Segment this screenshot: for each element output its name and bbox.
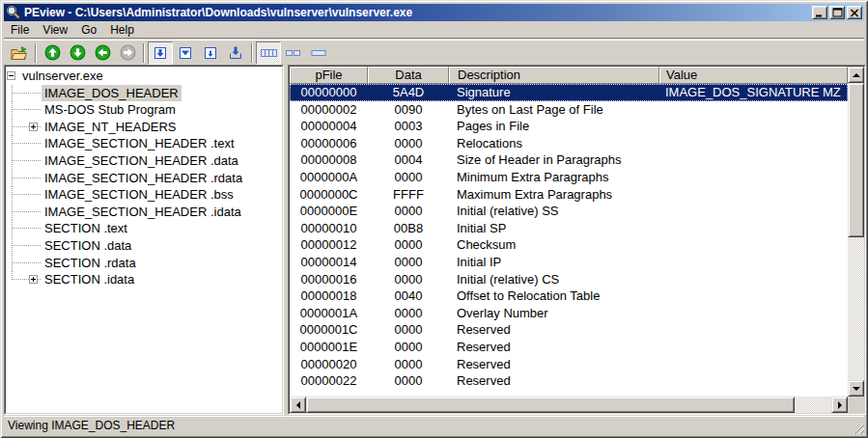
cell-description: Minimum Extra Paragraphs	[449, 169, 659, 186]
tree-item-label[interactable]: MS-DOS Stub Program	[42, 101, 179, 119]
scroll-up-button[interactable]	[848, 67, 864, 83]
cell-data: 0000	[368, 339, 449, 356]
tree-item-label[interactable]: IMAGE_SECTION_HEADER .idata	[42, 204, 244, 221]
menu-view[interactable]: View	[36, 22, 74, 38]
table-row[interactable]: 00000020 0000 Reserved	[290, 356, 848, 373]
tree-item[interactable]: IMAGE_SECTION_HEADER .bss	[6, 186, 282, 204]
box-small-arrow-icon	[203, 45, 218, 61]
tree-item[interactable]: IMAGE_NT_HEADERS	[6, 119, 282, 136]
column-header-description[interactable]: Description	[449, 67, 659, 84]
expand-item-button[interactable]	[148, 41, 173, 65]
tree-item[interactable]: SECTION .idata	[6, 271, 282, 288]
two-rects-icon	[286, 45, 301, 61]
nav-down-button[interactable]	[65, 41, 90, 65]
view-bytes-button[interactable]	[256, 41, 281, 65]
table-row[interactable]: 00000016 0000 Initial (relative) CS	[290, 271, 848, 288]
tree-item-label[interactable]: IMAGE_SECTION_HEADER .text	[42, 135, 238, 152]
cell-description: Initial SP	[449, 220, 659, 237]
menu-help[interactable]: Help	[103, 22, 141, 38]
table-row[interactable]: 0000001C 0000 Reserved	[290, 321, 848, 339]
tree-item-label[interactable]: SECTION .rdata	[42, 255, 139, 272]
table-row[interactable]: 0000001E 0000 Reserved	[290, 339, 848, 356]
table-row[interactable]: 00000014 0000 Initial IP	[290, 254, 848, 271]
vertical-scroll-thumb[interactable]	[848, 83, 864, 237]
table-row[interactable]: 00000010 00B8 Initial SP	[290, 220, 848, 237]
tree-panel: vulnserver.exe IMAGE_DOS_HEADER MS-D	[4, 65, 284, 415]
cell-value	[659, 101, 848, 119]
nav-up-button[interactable]	[40, 41, 65, 65]
tree-item[interactable]: MS-DOS Stub Program	[6, 101, 282, 119]
tree-item[interactable]: IMAGE_DOS_HEADER	[6, 85, 282, 102]
tree-item-label[interactable]: IMAGE_NT_HEADERS	[42, 119, 180, 136]
column-header-data[interactable]: Data	[368, 67, 449, 84]
view-dwords-button[interactable]	[306, 41, 331, 65]
cell-description: Initial IP	[449, 254, 659, 271]
tree-item-label[interactable]: SECTION .text	[42, 220, 130, 237]
tree-item[interactable]: IMAGE_SECTION_HEADER .data	[6, 152, 282, 170]
table-row[interactable]: 00000012 0000 Checksum	[290, 236, 848, 254]
table-row[interactable]: 00000002 0090 Bytes on Last Page of File	[290, 101, 848, 119]
vertical-scrollbar[interactable]	[848, 67, 864, 397]
table-row[interactable]: 00000022 0000 Reserved	[290, 372, 848, 390]
table-row[interactable]: 0000000E 0000 Initial (relative) SS	[290, 203, 848, 220]
nav-back-button[interactable]	[90, 41, 115, 65]
tree-item[interactable]: IMAGE_SECTION_HEADER .text	[6, 135, 282, 152]
maximize-icon	[832, 8, 843, 17]
table-row[interactable]: 0000001A 0000 Overlay Number	[290, 305, 848, 322]
tree-item-label[interactable]: vulnserver.exe	[19, 68, 106, 85]
table-row[interactable]: 00000000 5A4D Signature IMAGE_DOS_SIGNAT…	[290, 84, 848, 101]
goto-data-button[interactable]	[198, 41, 223, 65]
cell-pfile: 00000020	[290, 356, 368, 373]
table-row[interactable]: 00000004 0003 Pages in File	[290, 118, 848, 135]
left-arrow-icon	[296, 401, 300, 409]
resize-grip[interactable]	[852, 422, 864, 434]
maximize-button[interactable]	[829, 6, 845, 19]
tree-item-label[interactable]: SECTION .idata	[42, 271, 137, 288]
cell-pfile: 0000001C	[290, 321, 368, 339]
tree-item-label[interactable]: IMAGE_SECTION_HEADER .data	[42, 152, 241, 170]
table-row[interactable]: 0000000C FFFF Maximum Extra Paragraphs	[290, 186, 848, 204]
green-up-arrow-icon	[44, 44, 61, 61]
cell-value	[659, 339, 848, 356]
column-header-value[interactable]: Value	[659, 67, 848, 84]
table-row[interactable]: 00000006 0000 Relocations	[290, 135, 848, 152]
tree-item-label[interactable]: IMAGE_DOS_HEADER	[42, 85, 182, 102]
menu-file[interactable]: File	[4, 22, 36, 38]
tree-item[interactable]: IMAGE_SECTION_HEADER .rdata	[6, 170, 282, 187]
tree-item[interactable]: SECTION .text	[6, 220, 282, 237]
horizontal-scrollbar[interactable]	[290, 397, 848, 413]
tree-item-label[interactable]: SECTION .data	[42, 237, 134, 255]
scroll-down-button[interactable]	[848, 380, 864, 397]
horizontal-scroll-thumb[interactable]	[306, 397, 795, 413]
tree-expand-toggle[interactable]	[7, 71, 15, 80]
tree-expand-toggle[interactable]	[29, 275, 38, 284]
title-bar[interactable]: PEview - C:\Users\Administrator\Download…	[4, 4, 864, 21]
tree-item[interactable]: SECTION .data	[6, 237, 282, 255]
table-row[interactable]: 00000018 0040 Offset to Relocation Table	[290, 287, 848, 305]
toolbar-separator	[143, 43, 145, 63]
open-file-button[interactable]	[7, 41, 32, 65]
tree-item[interactable]: IMAGE_SECTION_HEADER .idata	[6, 204, 282, 221]
cell-pfile: 0000001E	[290, 339, 368, 356]
table-row[interactable]: 0000000A 0000 Minimum Extra Paragraphs	[290, 169, 848, 186]
menu-go[interactable]: Go	[74, 22, 103, 38]
cell-value	[659, 254, 848, 271]
close-button[interactable]	[847, 6, 862, 19]
tree-item-label[interactable]: IMAGE_SECTION_HEADER .bss	[42, 186, 237, 204]
tree-item[interactable]: vulnserver.exe	[6, 68, 282, 85]
view-words-button[interactable]	[281, 41, 306, 65]
table-row[interactable]: 00000008 0004 Size of Header in Paragrap…	[290, 151, 848, 169]
minimize-button[interactable]	[812, 6, 827, 19]
scroll-right-button[interactable]	[831, 397, 848, 413]
tree-item[interactable]: SECTION .rdata	[6, 255, 282, 272]
cell-data: 0000	[368, 135, 449, 152]
cell-value	[659, 271, 848, 288]
tree-expand-toggle[interactable]	[29, 123, 38, 131]
scroll-left-button[interactable]	[290, 397, 306, 413]
status-text: Viewing IMAGE_DOS_HEADER	[8, 419, 175, 432]
arrow-into-box-button[interactable]	[223, 41, 248, 65]
nav-forward-button[interactable]	[115, 41, 140, 65]
tree-item-label[interactable]: IMAGE_SECTION_HEADER .rdata	[42, 170, 245, 187]
collapse-item-button[interactable]	[173, 41, 198, 65]
column-header-pfile[interactable]: pFile	[290, 67, 368, 84]
